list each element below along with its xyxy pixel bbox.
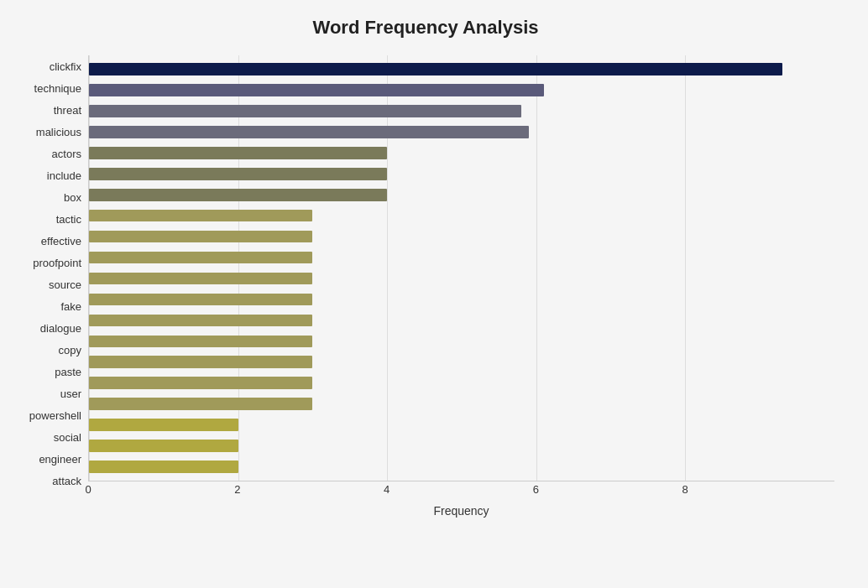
- y-label: paste: [55, 367, 81, 377]
- y-label: malicious: [36, 127, 81, 138]
- y-label: effective: [41, 236, 81, 247]
- bar: [89, 377, 312, 389]
- bar: [89, 398, 312, 410]
- chart-area: clickfixtechniquethreatmaliciousactorsin…: [17, 55, 834, 518]
- bar: [89, 126, 529, 138]
- bar: [89, 147, 387, 159]
- bar: [89, 461, 238, 473]
- bar: [89, 440, 238, 452]
- bar-row: [89, 206, 834, 226]
- bar: [89, 419, 238, 431]
- bar-row: [89, 80, 834, 101]
- bar-row: [89, 372, 834, 393]
- bar-row: [89, 351, 834, 372]
- y-label: copy: [59, 345, 81, 356]
- bar: [89, 252, 312, 264]
- bar-row: [89, 393, 834, 414]
- y-label: actors: [52, 148, 81, 159]
- bar: [89, 105, 521, 117]
- bar-row: [89, 122, 834, 143]
- bar-row: [89, 310, 834, 330]
- bar-row: [89, 164, 834, 185]
- bar: [89, 315, 312, 327]
- plot-area: 02468 Frequency: [88, 55, 834, 518]
- bars-wrapper: [89, 55, 834, 481]
- chart-title: Word Frequency Analysis: [17, 17, 834, 39]
- x-tick-label: 8: [682, 483, 688, 496]
- y-label: powershell: [29, 410, 81, 421]
- bar: [89, 273, 312, 285]
- bar-row: [89, 268, 834, 289]
- y-label: clickfix: [50, 61, 81, 72]
- bar-row: [89, 101, 834, 122]
- y-labels: clickfixtechniquethreatmaliciousactorsin…: [17, 55, 88, 518]
- y-label: technique: [34, 83, 81, 94]
- bar: [89, 189, 387, 201]
- x-tick-label: 2: [234, 483, 240, 496]
- y-label: attack: [52, 476, 81, 487]
- y-label: social: [54, 432, 81, 443]
- y-label: tactic: [56, 214, 81, 225]
- x-axis-labels: 02468: [88, 481, 834, 502]
- y-label: fake: [60, 301, 81, 312]
- y-label: user: [60, 388, 81, 399]
- y-label: dialogue: [40, 323, 81, 334]
- bar-row: [89, 226, 834, 247]
- bar-row: [89, 330, 834, 351]
- bar-row: [89, 456, 834, 477]
- x-tick-label: 4: [384, 483, 390, 496]
- x-tick-label: 6: [533, 483, 539, 496]
- y-label: engineer: [39, 454, 81, 465]
- y-label: threat: [54, 105, 81, 116]
- bar: [89, 294, 312, 306]
- chart-container: Word Frequency Analysis clickfixtechniqu…: [0, 0, 868, 588]
- bar-row: [89, 59, 834, 80]
- bar-row: [89, 185, 834, 206]
- x-axis-title: Frequency: [88, 504, 834, 518]
- bar: [89, 356, 312, 368]
- x-tick-label: 0: [85, 483, 91, 496]
- bar: [89, 63, 782, 75]
- y-label: box: [64, 192, 81, 203]
- bar: [89, 336, 312, 348]
- bar: [89, 84, 544, 96]
- bar: [89, 168, 387, 180]
- bar-row: [89, 289, 834, 310]
- bars-section: [88, 55, 834, 481]
- y-label: proofpoint: [33, 258, 81, 268]
- bar: [89, 231, 312, 243]
- bar-row: [89, 414, 834, 435]
- bar-row: [89, 435, 834, 456]
- y-label: source: [49, 279, 81, 290]
- y-label: include: [47, 170, 81, 181]
- bar-row: [89, 247, 834, 268]
- bar: [89, 210, 312, 222]
- bar-row: [89, 143, 834, 164]
